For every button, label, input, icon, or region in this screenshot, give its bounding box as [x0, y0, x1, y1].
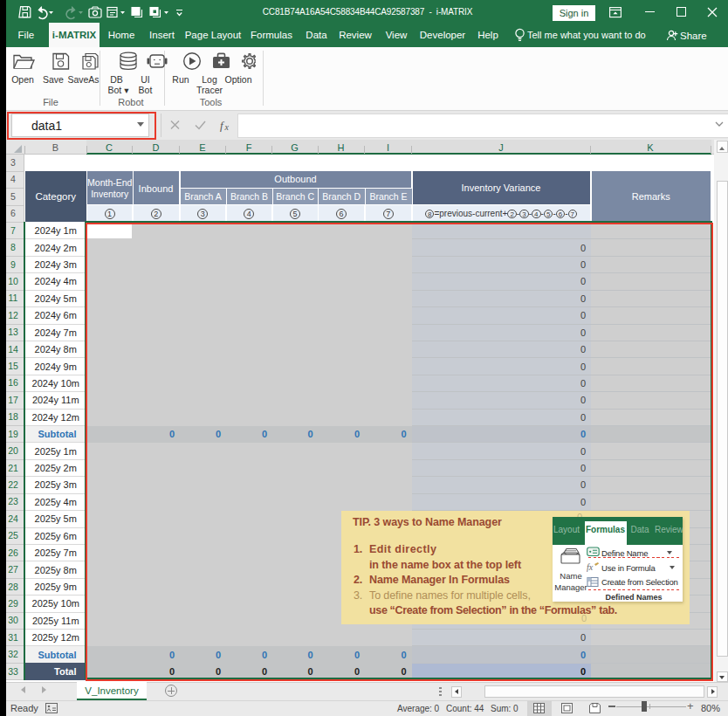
svg-text:fx: fx: [587, 562, 594, 572]
svg-text:x: x: [224, 122, 230, 132]
